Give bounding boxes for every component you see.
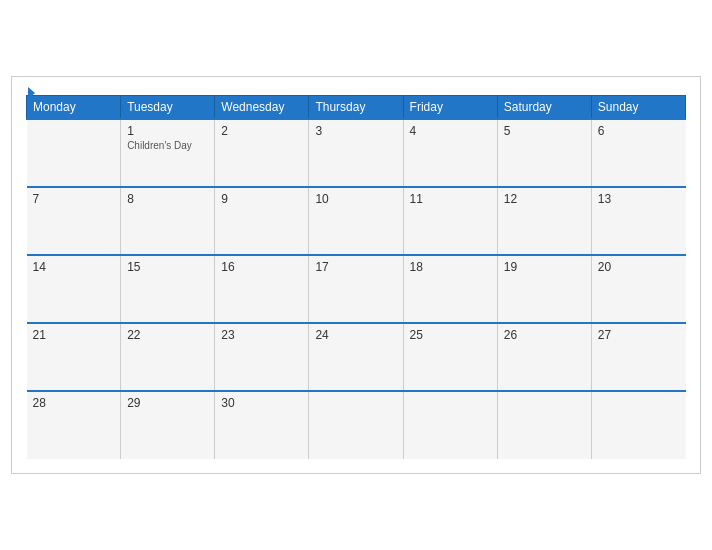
calendar-day-cell: 28 xyxy=(27,391,121,459)
calendar-day-cell: 15 xyxy=(121,255,215,323)
calendar-day-cell: 16 xyxy=(215,255,309,323)
day-number: 25 xyxy=(410,328,491,342)
calendar-day-cell: 21 xyxy=(27,323,121,391)
calendar-day-cell: 6 xyxy=(591,119,685,187)
calendar-day-cell: 22 xyxy=(121,323,215,391)
logo-blue-text xyxy=(26,87,35,99)
calendar-day-cell: 11 xyxy=(403,187,497,255)
calendar-day-cell: 10 xyxy=(309,187,403,255)
day-number: 29 xyxy=(127,396,208,410)
calendar-week-row: 78910111213 xyxy=(27,187,686,255)
weekday-header-row: MondayTuesdayWednesdayThursdayFridaySatu… xyxy=(27,96,686,120)
weekday-header: Thursday xyxy=(309,96,403,120)
day-number: 26 xyxy=(504,328,585,342)
day-number: 28 xyxy=(33,396,115,410)
day-number: 8 xyxy=(127,192,208,206)
day-number: 18 xyxy=(410,260,491,274)
holiday-label: Children's Day xyxy=(127,140,208,151)
calendar-day-cell: 24 xyxy=(309,323,403,391)
day-number: 30 xyxy=(221,396,302,410)
calendar-week-row: 14151617181920 xyxy=(27,255,686,323)
calendar-day-cell: 14 xyxy=(27,255,121,323)
calendar-day-cell: 7 xyxy=(27,187,121,255)
calendar-day-cell: 17 xyxy=(309,255,403,323)
calendar-day-cell: 25 xyxy=(403,323,497,391)
day-number: 24 xyxy=(315,328,396,342)
weekday-header: Tuesday xyxy=(121,96,215,120)
day-number: 21 xyxy=(33,328,115,342)
logo xyxy=(26,87,35,99)
day-number: 7 xyxy=(33,192,115,206)
day-number: 10 xyxy=(315,192,396,206)
calendar-day-cell: 20 xyxy=(591,255,685,323)
day-number: 17 xyxy=(315,260,396,274)
calendar-day-cell: 29 xyxy=(121,391,215,459)
calendar-day-cell: 5 xyxy=(497,119,591,187)
day-number: 3 xyxy=(315,124,396,138)
weekday-header: Wednesday xyxy=(215,96,309,120)
calendar-day-cell: 13 xyxy=(591,187,685,255)
calendar-week-row: 282930 xyxy=(27,391,686,459)
calendar-day-cell: 1Children's Day xyxy=(121,119,215,187)
calendar-day-cell: 23 xyxy=(215,323,309,391)
calendar-table: MondayTuesdayWednesdayThursdayFridaySatu… xyxy=(26,95,686,459)
calendar-day-cell xyxy=(27,119,121,187)
day-number: 19 xyxy=(504,260,585,274)
calendar-day-cell: 2 xyxy=(215,119,309,187)
day-number: 23 xyxy=(221,328,302,342)
day-number: 4 xyxy=(410,124,491,138)
calendar-day-cell: 8 xyxy=(121,187,215,255)
logo-triangle-icon xyxy=(28,87,35,99)
calendar-week-row: 21222324252627 xyxy=(27,323,686,391)
weekday-header: Saturday xyxy=(497,96,591,120)
calendar-day-cell xyxy=(403,391,497,459)
weekday-header: Sunday xyxy=(591,96,685,120)
day-number: 2 xyxy=(221,124,302,138)
calendar-week-row: 1Children's Day23456 xyxy=(27,119,686,187)
weekday-header: Friday xyxy=(403,96,497,120)
day-number: 5 xyxy=(504,124,585,138)
day-number: 14 xyxy=(33,260,115,274)
calendar-day-cell: 3 xyxy=(309,119,403,187)
day-number: 22 xyxy=(127,328,208,342)
weekday-header: Monday xyxy=(27,96,121,120)
calendar-day-cell xyxy=(309,391,403,459)
calendar-day-cell xyxy=(497,391,591,459)
day-number: 12 xyxy=(504,192,585,206)
calendar-container: MondayTuesdayWednesdayThursdayFridaySatu… xyxy=(11,76,701,474)
day-number: 9 xyxy=(221,192,302,206)
day-number: 11 xyxy=(410,192,491,206)
calendar-day-cell: 19 xyxy=(497,255,591,323)
day-number: 1 xyxy=(127,124,208,138)
day-number: 13 xyxy=(598,192,680,206)
calendar-day-cell: 27 xyxy=(591,323,685,391)
day-number: 27 xyxy=(598,328,680,342)
day-number: 20 xyxy=(598,260,680,274)
calendar-day-cell: 4 xyxy=(403,119,497,187)
calendar-day-cell: 12 xyxy=(497,187,591,255)
calendar-day-cell: 26 xyxy=(497,323,591,391)
day-number: 15 xyxy=(127,260,208,274)
day-number: 6 xyxy=(598,124,680,138)
calendar-day-cell xyxy=(591,391,685,459)
day-number: 16 xyxy=(221,260,302,274)
calendar-day-cell: 30 xyxy=(215,391,309,459)
calendar-day-cell: 18 xyxy=(403,255,497,323)
calendar-day-cell: 9 xyxy=(215,187,309,255)
